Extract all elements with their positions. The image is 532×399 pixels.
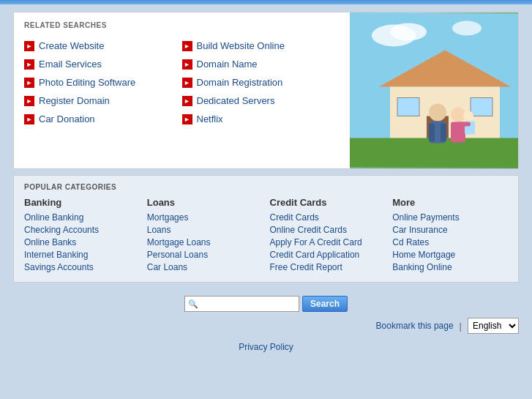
category-header: Credit Cards xyxy=(270,197,386,208)
category-link[interactable]: Internet Banking xyxy=(24,250,140,260)
categories-grid: BankingOnline BankingChecking AccountsOn… xyxy=(24,197,508,275)
category-column-loans: LoansMortgagesLoansMortgage LoansPersona… xyxy=(147,197,263,275)
link-label: Domain Registration xyxy=(197,77,283,88)
link-label: Domain Name xyxy=(197,59,258,70)
arrow-icon: ► xyxy=(24,114,34,124)
category-column-credit-cards: Credit CardsCredit CardsOnline Credit Ca… xyxy=(270,197,386,275)
search-form: 🔍 Search xyxy=(184,296,348,312)
category-link[interactable]: Personal Loans xyxy=(147,250,263,260)
related-searches-label: RELATED SEARCHES xyxy=(24,21,340,29)
related-search-link-email-services[interactable]: ►Email Services xyxy=(24,55,182,73)
related-search-link-domain-registration[interactable]: ►Domain Registration xyxy=(182,73,340,92)
arrow-icon: ► xyxy=(182,41,192,51)
arrow-icon: ► xyxy=(182,59,192,70)
arrow-icon: ► xyxy=(182,114,192,124)
svg-rect-12 xyxy=(429,124,435,142)
popular-categories-box: POPULAR CATEGORIES BankingOnline Banking… xyxy=(13,175,519,283)
arrow-icon: ► xyxy=(24,78,34,88)
link-label: Photo Editing Software xyxy=(39,77,135,88)
arrow-icon: ► xyxy=(24,59,34,70)
category-link[interactable]: Cd Rates xyxy=(392,237,508,247)
family-photo xyxy=(350,12,518,168)
category-link[interactable]: Mortgage Loans xyxy=(147,237,263,247)
svg-point-2 xyxy=(390,23,427,41)
category-link[interactable]: Online Banks xyxy=(24,237,140,247)
category-link[interactable]: Checking Accounts xyxy=(24,225,140,235)
search-button[interactable]: Search xyxy=(302,296,348,312)
link-label: Create Website xyxy=(39,40,104,51)
link-label: Build Website Online xyxy=(197,40,285,51)
category-column-banking: BankingOnline BankingChecking AccountsOn… xyxy=(24,197,140,275)
category-header: Loans xyxy=(147,197,263,208)
svg-point-16 xyxy=(463,111,473,122)
related-search-link-car-donation[interactable]: ►Car Donation xyxy=(24,110,182,128)
category-header: More xyxy=(392,197,508,208)
popular-categories-label: POPULAR CATEGORIES xyxy=(24,183,508,191)
category-column-more: MoreOnline PaymentsCar InsuranceCd Rates… xyxy=(392,197,508,275)
arrow-icon: ► xyxy=(24,41,34,51)
related-search-link-register-domain[interactable]: ►Register Domain xyxy=(24,92,182,110)
related-search-link-domain-name[interactable]: ►Domain Name xyxy=(182,55,340,73)
search-input[interactable] xyxy=(201,299,296,309)
svg-point-10 xyxy=(429,104,446,122)
category-link[interactable]: Savings Accounts xyxy=(24,262,140,272)
separator: | xyxy=(460,321,462,332)
svg-rect-18 xyxy=(456,122,471,127)
related-search-link-create-website[interactable]: ►Create Website xyxy=(24,37,182,55)
main-wrapper: RELATED SEARCHES ►Create Website►Build W… xyxy=(0,4,532,365)
svg-rect-8 xyxy=(471,98,492,116)
category-link[interactable]: Credit Card Application xyxy=(270,250,386,260)
related-search-link-netflix[interactable]: ►Netflix xyxy=(182,110,340,128)
bottom-bar: Bookmark this page | EnglishSpanishFrenc… xyxy=(13,316,519,337)
category-link[interactable]: Credit Cards xyxy=(270,212,386,223)
link-label: Netflix xyxy=(197,113,223,124)
search-input-wrapper[interactable]: 🔍 xyxy=(184,296,299,312)
svg-rect-7 xyxy=(397,98,419,116)
category-link[interactable]: Free Credit Report xyxy=(270,262,386,272)
link-label: Car Donation xyxy=(39,113,95,124)
category-link[interactable]: Car Loans xyxy=(147,262,263,272)
link-label: Register Domain xyxy=(39,95,110,106)
lang-select-wrapper[interactable]: EnglishSpanishFrenchGerman xyxy=(468,318,519,334)
category-link[interactable]: Apply For A Credit Card xyxy=(270,237,386,247)
related-searches-box: RELATED SEARCHES ►Create Website►Build W… xyxy=(13,12,519,169)
svg-point-14 xyxy=(451,108,465,122)
search-bar: 🔍 Search xyxy=(13,290,519,316)
category-link[interactable]: Online Banking xyxy=(24,212,140,223)
link-label: Dedicated Servers xyxy=(197,95,275,106)
arrow-icon: ► xyxy=(182,78,192,88)
privacy-link[interactable]: Privacy Policy xyxy=(239,342,293,352)
search-icon: 🔍 xyxy=(188,299,198,309)
category-link[interactable]: Online Payments xyxy=(392,212,508,223)
related-search-link-photo-editing-software[interactable]: ►Photo Editing Software xyxy=(24,73,182,92)
category-header: Banking xyxy=(24,197,140,208)
related-searches-content: RELATED SEARCHES ►Create Website►Build W… xyxy=(14,12,350,168)
svg-point-3 xyxy=(452,21,482,36)
arrow-icon: ► xyxy=(182,96,192,106)
lang-select[interactable]: EnglishSpanishFrenchGerman xyxy=(468,318,518,333)
svg-rect-13 xyxy=(441,124,446,142)
category-link[interactable]: Car Insurance xyxy=(392,225,508,235)
category-link[interactable]: Home Mortgage xyxy=(392,250,508,260)
category-link[interactable]: Loans xyxy=(147,225,263,235)
bookmark-link[interactable]: Bookmark this page xyxy=(376,321,454,331)
link-label: Email Services xyxy=(39,59,102,70)
related-search-link-build-website-online[interactable]: ►Build Website Online xyxy=(182,37,340,55)
links-grid: ►Create Website►Build Website Online►Ema… xyxy=(24,37,340,128)
privacy-bar: Privacy Policy xyxy=(13,337,519,358)
category-link[interactable]: Banking Online xyxy=(392,262,508,272)
category-link[interactable]: Online Credit Cards xyxy=(270,225,386,235)
related-search-link-dedicated-servers[interactable]: ►Dedicated Servers xyxy=(182,92,340,110)
arrow-icon: ► xyxy=(24,96,34,106)
category-link[interactable]: Mortgages xyxy=(147,212,263,223)
